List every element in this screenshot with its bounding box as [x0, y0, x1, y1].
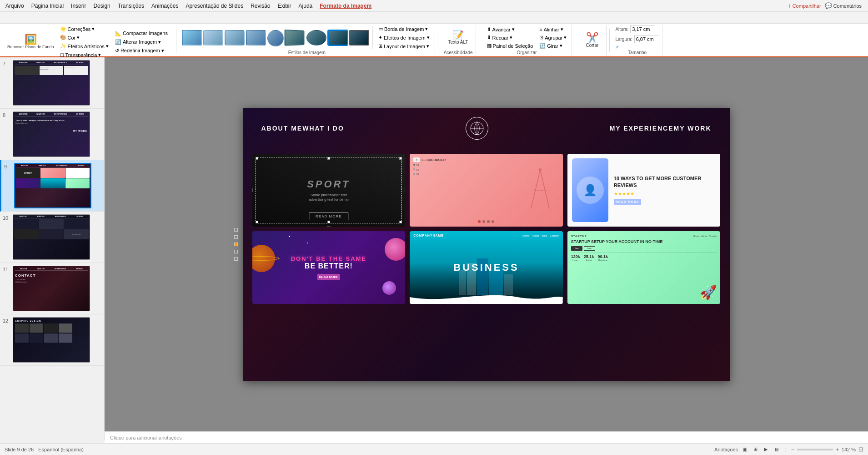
- comments-button[interactable]: 💬 Comentários: [825, 2, 862, 9]
- img-style-8[interactable]: [328, 30, 348, 46]
- menu-arquivo[interactable]: Arquivo: [2, 2, 28, 10]
- slide-thumb-10[interactable]: 10 ABOUT ME WHAT I DO MY EXPERIENCE MY W…: [0, 212, 104, 263]
- menu-apresentacao[interactable]: Apresentação de Slides: [182, 2, 247, 10]
- corbusier-title: LE CORBUSIER: [421, 158, 446, 162]
- slide-num-9: 9: [4, 163, 11, 169]
- nav-my-experience[interactable]: MY EXPERIENCE: [610, 125, 674, 132]
- selection-panel-button[interactable]: ▦ Painel de Seleção: [485, 42, 536, 50]
- card-space[interactable]: DON'T BE THE SAME BE BETTER! READ MORE: [252, 231, 406, 304]
- slide-thumb-12[interactable]: 12 GRAPHIC DESIGN: [0, 314, 104, 366]
- alt-text-button[interactable]: 📝 Texto ALT: [447, 30, 470, 46]
- arrange-group-label: Organizar: [517, 50, 537, 56]
- share-button[interactable]: ↑ Compartilhar: [788, 2, 821, 9]
- compress-icon: 📐: [115, 30, 121, 36]
- normal-view-button[interactable]: ▣: [741, 446, 749, 453]
- height-label: Altura:: [615, 27, 628, 32]
- rotate-button[interactable]: 🔃 Girar ▾: [537, 42, 569, 50]
- img-style-6[interactable]: [285, 29, 305, 46]
- border-image-button[interactable]: ▭ Borda de Imagem ▾: [376, 25, 432, 33]
- crop-button[interactable]: ✂️ Cortar: [581, 32, 603, 49]
- layout-image-button[interactable]: ⊞ Layout de Imagem ▾: [376, 42, 432, 50]
- card-startup[interactable]: STARTUP Home About Contact STARTUP SETUP…: [567, 231, 721, 304]
- nav-my-work[interactable]: MY WORK: [674, 125, 712, 132]
- notes-toggle[interactable]: Anotações: [714, 447, 738, 452]
- slideshow-view-button[interactable]: 🖥: [772, 446, 781, 453]
- ribbon-group-crop: ✂️ Cortar: [578, 25, 607, 56]
- rotate-icon: 🔃: [539, 43, 546, 49]
- slide-num-11: 11: [3, 266, 10, 272]
- change-image-button[interactable]: 🔄 Alterar Imagem ▾: [113, 38, 170, 46]
- card-business[interactable]: COMPANYNAME Home About Blog Contact: [410, 231, 563, 304]
- img-style-7[interactable]: [306, 30, 326, 46]
- img-style-2[interactable]: [203, 30, 223, 46]
- menu-transicoes[interactable]: Transições: [114, 2, 148, 10]
- zoom-level: 142 %: [842, 447, 856, 452]
- menu-design[interactable]: Design: [90, 2, 114, 10]
- startup-title: STARTUP SETUP YOUR ACCOUNT IN NO-TIME: [571, 239, 717, 244]
- menu-formato-imagem[interactable]: Formato da Imagem: [316, 2, 375, 10]
- svg-line-4: [540, 170, 549, 208]
- menu-pagina-inicial[interactable]: Página Inicial: [28, 2, 67, 10]
- slide-num-12: 12: [3, 317, 10, 324]
- slide-canvas[interactable]: ABOUT ME WHAT I DO MY EXPERIENCE MY WORK: [243, 108, 730, 381]
- color-icon: 🎨: [60, 35, 66, 40]
- canvas-area: ABOUT ME WHAT I DO MY EXPERIENCE MY WORK: [105, 57, 868, 431]
- slide-thumb-8[interactable]: 8 ABOUT ME WHAT I DO MY EXPERIENCE MY WO…: [0, 109, 104, 160]
- card-corbusier[interactable]: ≡ LE CORBUSIER 01 02 03: [410, 154, 563, 227]
- card-sport[interactable]: SPORT Some placeholder text advertising …: [252, 154, 406, 227]
- backward-button[interactable]: ⬇ Recuar ▾: [485, 34, 536, 41]
- reset-image-button[interactable]: ↺ Redefinir Imagem ▾: [113, 47, 170, 55]
- effects-image-button[interactable]: ✦ Efeitos de Imagem ▾: [376, 34, 432, 41]
- img-style-1[interactable]: [182, 30, 202, 46]
- slide-panel: 7 ABOUT ME WHAT I DO MY EXPERIENCE MY WO…: [0, 57, 105, 440]
- img-style-5[interactable]: [267, 30, 284, 46]
- size-dialog-button[interactable]: ↗: [615, 45, 619, 50]
- forward-button[interactable]: ⬆ Avançar ▾: [485, 25, 536, 33]
- ribbon-group-styles: ▭ Borda de Imagem ▾ ✦ Efeitos de Imagem …: [179, 25, 435, 56]
- notes-placeholder: Clique para adicionar anotações: [110, 435, 182, 440]
- slide-thumb-9[interactable]: 9 ABOUT ME WHAT I DO MY EXPERIENCE MY WO…: [0, 160, 104, 212]
- remove-bg-icon: 🖼️: [25, 35, 37, 45]
- menu-inserir[interactable]: Inserir: [67, 2, 90, 10]
- img-style-9[interactable]: [349, 30, 369, 46]
- slide-preview-10: ABOUT ME WHAT I DO MY EXPERIENCE MY WORK…: [13, 214, 90, 260]
- slide-thumb-7[interactable]: 7 ABOUT ME WHAT I DO MY EXPERIENCE MY WO…: [0, 57, 104, 109]
- border-icon: ▭: [378, 26, 383, 32]
- group-button[interactable]: ⊡ Agrupar ▾: [537, 34, 569, 41]
- align-button[interactable]: ≡ Alinhar ▾: [537, 25, 569, 33]
- artistic-effects-button[interactable]: ✨ Efeitos Artísticos ▾: [58, 42, 111, 50]
- outline-view-button[interactable]: ⊞: [752, 446, 759, 453]
- color-button[interactable]: 🎨 Cor ▾: [58, 34, 111, 41]
- height-input[interactable]: [630, 25, 655, 33]
- reading-view-button[interactable]: ▶: [762, 446, 769, 453]
- slide-nav: ABOUT ME WHAT I DO MY EXPERIENCE MY WORK: [243, 108, 730, 149]
- align-icon: ≡: [539, 27, 542, 32]
- corrections-button[interactable]: 🌟 Correções ▾: [58, 25, 111, 33]
- nav-what-i-do[interactable]: WHAT I DO: [302, 125, 344, 132]
- zoom-out-button[interactable]: −: [791, 447, 794, 452]
- artistic-icon: ✨: [60, 43, 66, 49]
- zoom-in-button[interactable]: +: [836, 447, 838, 452]
- svg-line-3: [531, 170, 540, 208]
- remove-bg-button[interactable]: 🖼️ Remover Plano de Fundo: [5, 34, 56, 51]
- compress-images-button[interactable]: 📐 Compactar Imagens: [113, 30, 170, 37]
- menu-animacoes[interactable]: Animações: [148, 2, 182, 10]
- menu-ajuda[interactable]: Ajuda: [295, 2, 316, 10]
- notes-bar[interactable]: Clique para adicionar anotações: [105, 431, 868, 443]
- menu-revisao[interactable]: Revisão: [247, 2, 274, 10]
- menu-exibir[interactable]: Exibir: [274, 2, 295, 10]
- portfolio-grid: SPORT Some placeholder text advertising …: [243, 149, 730, 308]
- ribbon-group-accessibility: 📝 Texto ALT Acessibilidade: [441, 25, 476, 56]
- slide-preview-11: ABOUT ME WHAT I DO MY EXPERIENCE MY WORK…: [13, 266, 90, 311]
- status-bar: Slide 9 de 26 Espanhol (Espanha) Anotaçõ…: [0, 443, 868, 455]
- zoom-slider[interactable]: [797, 449, 833, 450]
- slide-thumb-11[interactable]: 11 ABOUT ME WHAT I DO MY EXPERIENCE MY W…: [0, 263, 104, 314]
- width-input[interactable]: [634, 35, 659, 43]
- card-reviews[interactable]: 👤 10 WAYS TO GET MORE CUSTOMER REVIEWS ★…: [567, 154, 721, 227]
- img-style-3[interactable]: [225, 30, 245, 46]
- reviews-title: 10 WAYS TO GET MORE CUSTOMER REVIEWS: [614, 175, 714, 188]
- img-style-4[interactable]: [246, 30, 266, 46]
- nav-about-me[interactable]: ABOUT ME: [261, 125, 303, 132]
- slide-preview-8: ABOUT ME WHAT I DO MY EXPERIENCE MY WORK…: [13, 111, 90, 157]
- fit-to-window-button[interactable]: ⊡: [858, 446, 863, 453]
